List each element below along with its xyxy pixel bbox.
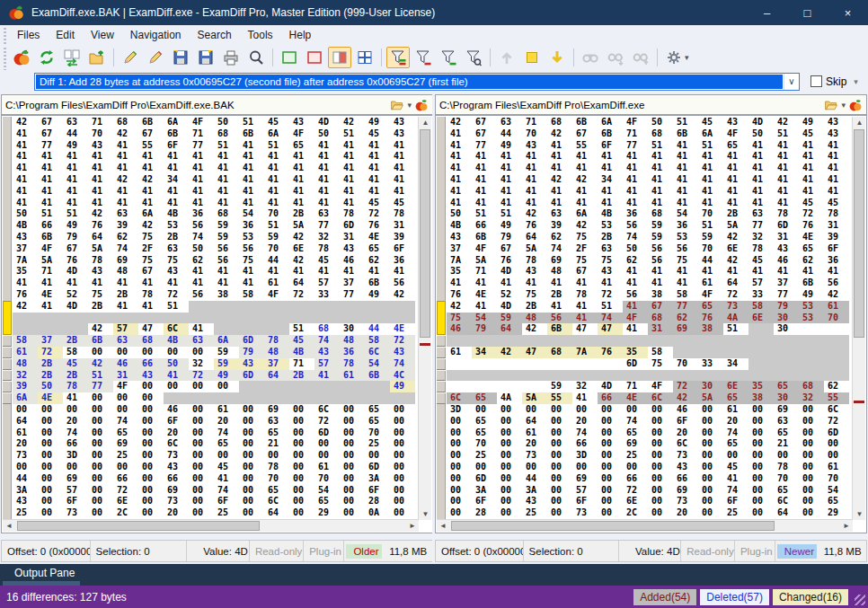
compare-mini-icon[interactable] (414, 98, 429, 112)
hex-byte: 33 (698, 358, 723, 370)
combo-dropdown-icon[interactable]: ∨ (784, 74, 799, 90)
hex-byte: 72 (365, 208, 390, 220)
filter-deleted-icon[interactable] (412, 47, 435, 68)
find-prev-icon[interactable] (629, 47, 652, 68)
scroll-left-icon[interactable]: ◄ (439, 522, 447, 530)
refresh-icon[interactable] (35, 47, 58, 68)
view-second-only-icon[interactable] (303, 47, 326, 68)
menu-help[interactable]: Help (281, 27, 320, 43)
swap-panes-icon[interactable] (60, 47, 84, 68)
hex-byte: 41 (314, 163, 340, 174)
view-first-only-icon[interactable] (278, 47, 301, 68)
filter-added-icon[interactable] (437, 47, 460, 68)
second-file-hscrollbar[interactable]: ◄ ► (437, 519, 853, 532)
hscroll-thumb[interactable] (451, 521, 775, 531)
hex-byte: 00 (239, 404, 264, 416)
filter-changed-icon[interactable] (462, 47, 485, 68)
hex-byte: 74 (214, 485, 239, 497)
hex-grid-right[interactable]: 42676371686B6A4F505145434D42494341674470… (447, 117, 853, 520)
menu-edit[interactable]: Edit (48, 27, 83, 43)
find-icon[interactable] (579, 47, 602, 68)
menu-files[interactable]: Files (9, 27, 48, 43)
open-file-icon[interactable] (824, 98, 838, 112)
diff-combobox[interactable]: Diff 1: Add 28 bytes at address 0x00695C… (34, 73, 800, 91)
open-file-caret-icon[interactable]: ▾ (841, 101, 846, 110)
first-file-hex-view[interactable]: 42676371686B6A4F505145434D42494341674470… (1, 115, 433, 533)
hex-row: 6D75703334 (447, 358, 853, 370)
scroll-up-icon[interactable]: ▲ (853, 119, 866, 127)
hscroll-thumb[interactable] (17, 521, 260, 531)
scroll-up-icon[interactable]: ▲ (419, 119, 432, 127)
scroll-down-icon[interactable]: ▼ (853, 510, 866, 518)
hex-byte: 56 (547, 313, 572, 324)
hex-byte: 59 (698, 232, 723, 243)
hex-row: 322B2B5131434172496D642B41616B4C (13, 370, 419, 382)
options-caret-icon[interactable]: ▾ (685, 53, 689, 62)
menu-grip[interactable] (2, 25, 9, 45)
hex-byte: 64 (522, 416, 547, 427)
menu-tools[interactable]: Tools (240, 27, 281, 43)
edit-first-icon[interactable] (119, 47, 142, 68)
menu-navigation[interactable]: Navigation (122, 27, 190, 43)
skip-caret-icon[interactable]: ▾ (854, 77, 858, 86)
view-grid-icon[interactable] (353, 47, 376, 68)
compare-icon[interactable] (10, 47, 33, 68)
resize-grip[interactable] (855, 595, 865, 605)
open-file-caret-icon[interactable]: ▾ (407, 101, 412, 110)
compare-mini-icon[interactable] (848, 98, 863, 112)
edit-second-icon[interactable] (144, 47, 167, 68)
next-diff-icon[interactable] (545, 47, 569, 68)
zoom-view-icon[interactable] (244, 47, 268, 68)
view-split-icon[interactable] (328, 47, 351, 68)
hex-byte (522, 381, 547, 392)
hex-byte (314, 381, 340, 392)
hex-byte: 30 (774, 323, 799, 335)
hex-byte: 00 (289, 427, 314, 439)
hex-byte (13, 313, 38, 324)
second-file-hex-view[interactable]: 42676371686B6A4F505145434D42494341674470… (435, 115, 867, 533)
print-icon[interactable] (219, 47, 243, 68)
skip-checkbox[interactable] (810, 75, 822, 87)
first-file-vscrollbar[interactable]: ▲ ▼ (418, 117, 431, 520)
hex-grid-left[interactable]: 42676371686B6A4F505145434D42494341674470… (13, 117, 419, 520)
tab-output-pane[interactable]: Output Pane (14, 567, 75, 579)
scroll-right-icon[interactable]: ► (409, 522, 416, 530)
hex-byte: 00 (239, 485, 264, 497)
hex-byte: 41 (214, 198, 239, 209)
vscroll-thumb[interactable] (420, 129, 430, 338)
hex-byte: 41 (88, 186, 113, 198)
save-second-icon[interactable] (194, 47, 217, 68)
minimize-button[interactable]: – (747, 0, 787, 25)
save-first-icon[interactable] (169, 47, 192, 68)
hex-byte: 51 (673, 117, 698, 128)
open-folder-icon[interactable] (85, 47, 109, 68)
find-next-icon[interactable] (604, 47, 627, 68)
hex-byte: 28 (472, 507, 497, 519)
vscroll-thumb[interactable] (854, 129, 864, 338)
maximize-button[interactable]: □ (787, 0, 828, 25)
scroll-right-icon[interactable]: ► (843, 522, 850, 530)
hex-byte: 3A (472, 485, 497, 497)
hex-byte: 41 (164, 186, 189, 198)
options-icon[interactable] (662, 47, 686, 68)
menu-search[interactable]: Search (190, 27, 240, 43)
current-diff-icon[interactable] (520, 47, 544, 68)
second-file-vscrollbar[interactable]: ▲ ▼ (852, 117, 865, 520)
hex-byte (264, 313, 289, 324)
hex-byte: 00 (138, 404, 164, 416)
hex-byte: 41 (824, 151, 849, 163)
hex-byte: 54 (239, 208, 264, 220)
scroll-left-icon[interactable]: ◄ (5, 522, 13, 530)
scroll-down-icon[interactable]: ▼ (419, 510, 432, 518)
hex-byte: 00 (189, 404, 214, 416)
menu-view[interactable]: View (83, 27, 122, 43)
hex-row: 59324D714F72306E35656862 (447, 381, 853, 392)
hex-byte: 00 (648, 438, 673, 450)
open-file-icon[interactable] (390, 98, 404, 112)
filter-all-icon[interactable] (386, 47, 410, 68)
first-file-hscrollbar[interactable]: ◄ ► (3, 519, 419, 532)
toolbar-grip[interactable] (2, 45, 9, 70)
close-button[interactable]: × (828, 0, 868, 25)
prev-diff-icon[interactable] (495, 47, 518, 68)
hex-byte: 76 (522, 220, 547, 232)
